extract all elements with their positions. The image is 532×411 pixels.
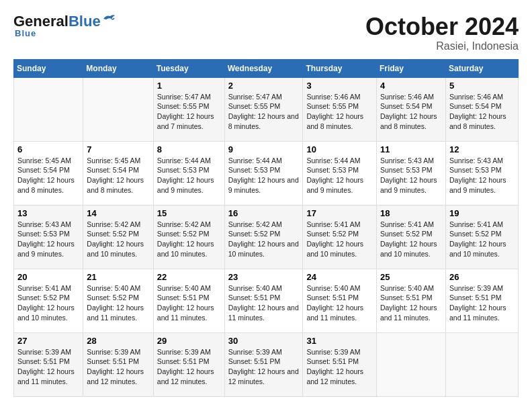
header-tuesday: Tuesday <box>153 59 224 77</box>
day-info: Sunrise: 5:47 AMSunset: 5:55 PMDaylight:… <box>228 93 299 130</box>
table-row <box>83 77 153 141</box>
table-row: 28 Sunrise: 5:39 AMSunset: 5:51 PMDaylig… <box>83 332 153 396</box>
day-number: 25 <box>380 272 442 282</box>
day-info: Sunrise: 5:43 AMSunset: 5:53 PMDaylight:… <box>17 220 75 258</box>
day-info: Sunrise: 5:41 AMSunset: 5:52 PMDaylight:… <box>17 284 75 322</box>
table-row: 12 Sunrise: 5:43 AMSunset: 5:53 PMDaylig… <box>445 141 518 205</box>
month-title: October 2024 <box>365 13 519 40</box>
day-number: 3 <box>306 81 373 91</box>
table-row: 21 Sunrise: 5:40 AMSunset: 5:52 PMDaylig… <box>83 269 153 332</box>
day-number: 7 <box>87 144 149 154</box>
day-number: 29 <box>157 336 221 346</box>
day-number: 1 <box>157 81 221 91</box>
day-info: Sunrise: 5:46 AMSunset: 5:55 PMDaylight:… <box>306 93 363 130</box>
day-number: 12 <box>449 144 515 154</box>
table-row: 11 Sunrise: 5:43 AMSunset: 5:53 PMDaylig… <box>376 141 445 205</box>
day-number: 4 <box>380 81 442 91</box>
day-number: 2 <box>228 81 300 91</box>
day-number: 23 <box>228 272 300 282</box>
day-number: 18 <box>380 208 442 218</box>
day-number: 9 <box>228 144 300 154</box>
day-info: Sunrise: 5:39 AMSunset: 5:51 PMDaylight:… <box>87 348 144 385</box>
day-number: 6 <box>17 144 79 154</box>
day-info: Sunrise: 5:44 AMSunset: 5:53 PMDaylight:… <box>306 156 363 194</box>
table-row: 7 Sunrise: 5:45 AMSunset: 5:54 PMDayligh… <box>83 141 153 205</box>
table-row: 13 Sunrise: 5:43 AMSunset: 5:53 PMDaylig… <box>14 205 83 269</box>
table-row: 27 Sunrise: 5:39 AMSunset: 5:51 PMDaylig… <box>14 332 83 396</box>
day-number: 31 <box>306 336 373 346</box>
day-number: 26 <box>449 272 515 282</box>
header-thursday: Thursday <box>303 59 377 77</box>
day-info: Sunrise: 5:46 AMSunset: 5:54 PMDaylight:… <box>449 93 506 130</box>
day-info: Sunrise: 5:43 AMSunset: 5:53 PMDaylight:… <box>380 156 437 194</box>
calendar-week-row: 27 Sunrise: 5:39 AMSunset: 5:51 PMDaylig… <box>14 332 519 396</box>
day-number: 30 <box>228 336 300 346</box>
title-area: October 2024 Rasiei, Indonesia <box>365 13 519 52</box>
day-info: Sunrise: 5:41 AMSunset: 5:52 PMDaylight:… <box>380 220 437 258</box>
table-row: 25 Sunrise: 5:40 AMSunset: 5:51 PMDaylig… <box>376 269 445 332</box>
logo-blue: Blue <box>69 13 101 30</box>
calendar-week-row: 20 Sunrise: 5:41 AMSunset: 5:52 PMDaylig… <box>14 269 519 332</box>
day-info: Sunrise: 5:44 AMSunset: 5:53 PMDaylight:… <box>228 156 299 194</box>
logo-general: General <box>13 13 69 30</box>
table-row: 15 Sunrise: 5:42 AMSunset: 5:52 PMDaylig… <box>153 205 224 269</box>
header: GeneralBlue Blue October 2024 Rasiei, In… <box>13 13 519 52</box>
table-row: 19 Sunrise: 5:41 AMSunset: 5:52 PMDaylig… <box>445 205 518 269</box>
day-number: 10 <box>306 144 373 154</box>
day-info: Sunrise: 5:39 AMSunset: 5:51 PMDaylight:… <box>17 348 75 385</box>
calendar-week-row: 1 Sunrise: 5:47 AMSunset: 5:55 PMDayligh… <box>14 77 519 141</box>
day-info: Sunrise: 5:42 AMSunset: 5:52 PMDaylight:… <box>87 220 144 258</box>
calendar-header-row: Sunday Monday Tuesday Wednesday Thursday… <box>14 59 519 77</box>
day-number: 21 <box>87 272 149 282</box>
day-info: Sunrise: 5:42 AMSunset: 5:52 PMDaylight:… <box>228 220 299 258</box>
day-info: Sunrise: 5:40 AMSunset: 5:51 PMDaylight:… <box>228 284 299 322</box>
table-row: 14 Sunrise: 5:42 AMSunset: 5:52 PMDaylig… <box>83 205 153 269</box>
logo-line2: Blue <box>13 28 36 38</box>
day-number: 20 <box>17 272 79 282</box>
day-number: 24 <box>306 272 373 282</box>
table-row: 4 Sunrise: 5:46 AMSunset: 5:54 PMDayligh… <box>376 77 445 141</box>
day-number: 22 <box>157 272 221 282</box>
day-info: Sunrise: 5:46 AMSunset: 5:54 PMDaylight:… <box>380 93 437 130</box>
header-wednesday: Wednesday <box>224 59 303 77</box>
table-row: 24 Sunrise: 5:40 AMSunset: 5:51 PMDaylig… <box>303 269 377 332</box>
table-row: 29 Sunrise: 5:39 AMSunset: 5:51 PMDaylig… <box>153 332 224 396</box>
day-info: Sunrise: 5:40 AMSunset: 5:51 PMDaylight:… <box>306 284 363 322</box>
table-row: 31 Sunrise: 5:39 AMSunset: 5:51 PMDaylig… <box>303 332 377 396</box>
day-info: Sunrise: 5:40 AMSunset: 5:51 PMDaylight:… <box>157 284 214 322</box>
day-number: 15 <box>157 208 221 218</box>
day-info: Sunrise: 5:45 AMSunset: 5:54 PMDaylight:… <box>17 156 75 194</box>
day-number: 28 <box>87 336 149 346</box>
table-row: 2 Sunrise: 5:47 AMSunset: 5:55 PMDayligh… <box>224 77 303 141</box>
table-row: 3 Sunrise: 5:46 AMSunset: 5:55 PMDayligh… <box>303 77 377 141</box>
table-row: 9 Sunrise: 5:44 AMSunset: 5:53 PMDayligh… <box>224 141 303 205</box>
header-monday: Monday <box>83 59 153 77</box>
table-row: 26 Sunrise: 5:39 AMSunset: 5:51 PMDaylig… <box>445 269 518 332</box>
day-info: Sunrise: 5:47 AMSunset: 5:55 PMDaylight:… <box>157 93 214 130</box>
table-row: 23 Sunrise: 5:40 AMSunset: 5:51 PMDaylig… <box>224 269 303 332</box>
calendar-week-row: 6 Sunrise: 5:45 AMSunset: 5:54 PMDayligh… <box>14 141 519 205</box>
calendar-week-row: 13 Sunrise: 5:43 AMSunset: 5:53 PMDaylig… <box>14 205 519 269</box>
day-info: Sunrise: 5:39 AMSunset: 5:51 PMDaylight:… <box>157 348 214 385</box>
subtitle: Rasiei, Indonesia <box>365 40 519 52</box>
header-saturday: Saturday <box>445 59 518 77</box>
calendar-table: Sunday Monday Tuesday Wednesday Thursday… <box>13 59 519 397</box>
table-row: 16 Sunrise: 5:42 AMSunset: 5:52 PMDaylig… <box>224 205 303 269</box>
day-info: Sunrise: 5:45 AMSunset: 5:54 PMDaylight:… <box>87 156 144 194</box>
table-row <box>445 332 518 396</box>
day-number: 16 <box>228 208 300 218</box>
day-number: 19 <box>449 208 515 218</box>
table-row: 18 Sunrise: 5:41 AMSunset: 5:52 PMDaylig… <box>376 205 445 269</box>
table-row: 8 Sunrise: 5:44 AMSunset: 5:53 PMDayligh… <box>153 141 224 205</box>
logo: GeneralBlue Blue <box>13 13 116 38</box>
table-row: 1 Sunrise: 5:47 AMSunset: 5:55 PMDayligh… <box>153 77 224 141</box>
table-row <box>14 77 83 141</box>
day-info: Sunrise: 5:39 AMSunset: 5:51 PMDaylight:… <box>306 348 363 385</box>
day-info: Sunrise: 5:39 AMSunset: 5:51 PMDaylight:… <box>449 284 506 322</box>
day-info: Sunrise: 5:44 AMSunset: 5:53 PMDaylight:… <box>157 156 214 194</box>
table-row: 20 Sunrise: 5:41 AMSunset: 5:52 PMDaylig… <box>14 269 83 332</box>
table-row: 22 Sunrise: 5:40 AMSunset: 5:51 PMDaylig… <box>153 269 224 332</box>
day-info: Sunrise: 5:39 AMSunset: 5:51 PMDaylight:… <box>228 348 299 385</box>
day-number: 17 <box>306 208 373 218</box>
day-number: 11 <box>380 144 442 154</box>
